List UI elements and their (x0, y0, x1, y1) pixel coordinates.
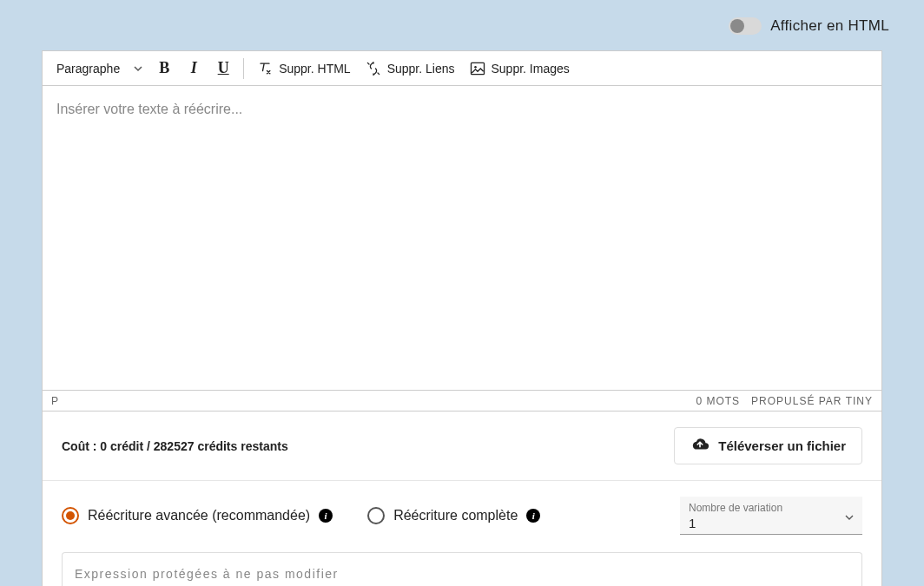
toggle-label: Afficher en HTML (770, 17, 889, 35)
variation-value: 1 (689, 516, 854, 530)
rewrite-mode-group: Réécriture avancée (recommandée) i Réécr… (62, 507, 540, 524)
svg-point-1 (474, 66, 477, 69)
info-icon[interactable]: i (319, 509, 333, 523)
toggle-knob (730, 19, 744, 33)
radio-complete-label: Réécriture complète (393, 508, 518, 523)
options-panel: Coût : 0 crédit / 282527 crédits restant… (42, 412, 882, 586)
word-count: 0 MOTS (696, 395, 740, 407)
chevron-down-icon (134, 64, 142, 73)
html-view-toggle[interactable] (729, 17, 762, 35)
variation-dropdown[interactable]: Nombre de variation 1 (680, 497, 862, 535)
variation-label: Nombre de variation (689, 502, 854, 514)
remove-html-button[interactable]: Suppr. HTML (249, 56, 357, 82)
editor-placeholder: Insérer votre texte à réécrire... (56, 102, 868, 117)
radio-unchecked-icon (367, 507, 385, 524)
protected-row: Expression protégées à ne pas modifier (43, 552, 881, 586)
radio-advanced-label: Réécriture avancée (recommandée) (88, 508, 310, 523)
info-icon[interactable]: i (526, 509, 540, 523)
cloud-upload-icon (690, 435, 710, 457)
radio-checked-icon (62, 507, 79, 524)
powered-by: PROPULSÉ PAR TINY (751, 395, 873, 407)
svg-rect-0 (471, 63, 484, 74)
remove-links-label: Suppr. Liens (387, 62, 455, 76)
underline-button[interactable]: U (208, 56, 238, 82)
cost-row: Coût : 0 crédit / 282527 crédits restant… (43, 412, 881, 481)
upload-file-button[interactable]: Téléverser un fichier (674, 427, 862, 464)
cost-text: Coût : 0 crédit / 282527 crédits restant… (62, 439, 288, 453)
status-right: 0 MOTS PROPULSÉ PAR TINY (696, 395, 873, 407)
radio-advanced[interactable]: Réécriture avancée (recommandée) i (62, 507, 333, 524)
editor-panel: Paragraphe B I U Suppr. HTML Suppr. Lien… (42, 50, 882, 412)
toolbar-divider (243, 58, 244, 79)
format-dropdown-label: Paragraphe (56, 62, 120, 76)
options-row: Réécriture avancée (recommandée) i Réécr… (43, 481, 881, 552)
bold-button[interactable]: B (149, 56, 179, 82)
image-icon (469, 60, 486, 77)
upload-button-label: Téléverser un fichier (718, 438, 846, 453)
element-path: P (51, 395, 58, 407)
unlink-icon (365, 60, 382, 77)
italic-button[interactable]: I (179, 56, 208, 82)
editor-status-bar: P 0 MOTS PROPULSÉ PAR TINY (43, 390, 881, 411)
remove-links-button[interactable]: Suppr. Liens (358, 56, 462, 82)
radio-complete[interactable]: Réécriture complète i (367, 507, 540, 524)
remove-images-label: Suppr. Images (492, 62, 570, 76)
remove-images-button[interactable]: Suppr. Images (462, 56, 577, 82)
remove-html-label: Suppr. HTML (279, 62, 350, 76)
editor-toolbar: Paragraphe B I U Suppr. HTML Suppr. Lien… (43, 51, 881, 86)
protected-expressions-input[interactable]: Expression protégées à ne pas modifier (62, 552, 862, 586)
caret-down-icon (845, 508, 854, 523)
format-dropdown[interactable]: Paragraphe (50, 51, 149, 85)
editor-textarea[interactable]: Insérer votre texte à réécrire... (43, 86, 881, 390)
clear-format-icon (256, 60, 274, 77)
